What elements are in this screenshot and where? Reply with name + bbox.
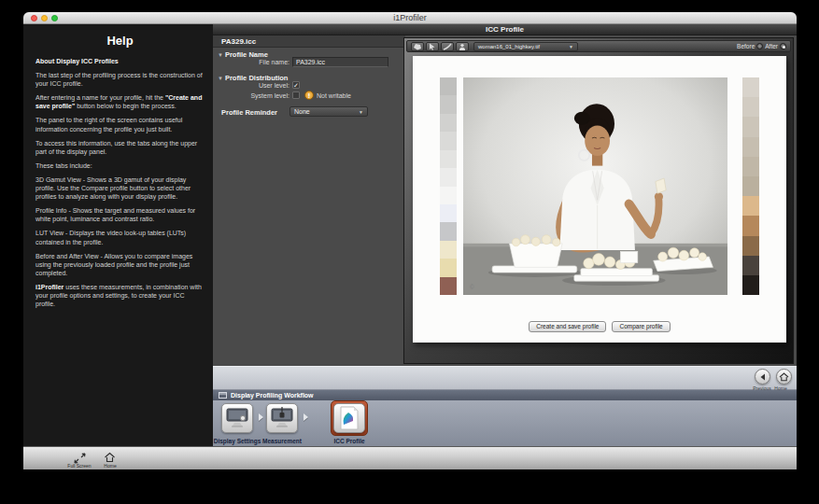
color-patch [440, 187, 457, 204]
step-display-settings[interactable] [221, 403, 253, 433]
footer-bar: Full Screen Home [23, 446, 797, 469]
title-bar: i1Profiler [23, 12, 797, 24]
warning-icon: ! [304, 91, 314, 100]
test-photo: © [463, 77, 727, 295]
after-radio[interactable] [780, 43, 786, 49]
step-label-icc-profile: ICC Profile [321, 438, 377, 444]
photo-watermark: © [470, 284, 474, 290]
help-paragraph: The panel to the right of the screen con… [35, 116, 205, 133]
home-button[interactable] [776, 369, 792, 385]
color-patch [742, 236, 759, 256]
app-window: i1Profiler Help About Display ICC Profil… [23, 12, 797, 469]
profile-distribution-section[interactable]: ▼Profile Distribution [218, 74, 288, 82]
help-heading: Help [35, 34, 205, 48]
help-paragraph: The last step of the profiling process i… [35, 71, 205, 88]
user-level-label: User level: [213, 82, 289, 89]
profile-name-section[interactable]: ▼Profile Name [218, 50, 268, 59]
preview-buttons: Create and save profile Compare profile [413, 321, 786, 332]
color-patch [742, 216, 759, 235]
file-name-label: File name: [213, 59, 289, 65]
footer-home-label: Home [93, 463, 127, 469]
help-paragraph: To access this information, use the tabs… [35, 139, 205, 156]
color-patch [440, 277, 457, 295]
preview-toolbar: woman16_01_highkey.tif▼ Before After [406, 40, 791, 52]
color-patch [742, 157, 759, 176]
step-measurement[interactable] [266, 403, 298, 433]
step-icc-profile[interactable] [333, 403, 365, 433]
profile-reminder-dropdown[interactable]: None▼ [289, 106, 368, 117]
step-icc-profile-selected[interactable] [331, 400, 368, 436]
compare-profile-button[interactable]: Compare profile [612, 321, 670, 332]
color-patch [742, 275, 759, 295]
before-label: Before [737, 43, 755, 49]
before-radio[interactable] [756, 43, 763, 49]
color-patch [742, 77, 759, 97]
system-level-checkbox[interactable] [292, 91, 300, 99]
profile-reminder-label: Profile Reminder [221, 108, 277, 117]
color-patch [440, 222, 457, 240]
home-icon [779, 372, 789, 382]
help-paragraph: 3D Gamut View - Shows a 3D gamut of your… [35, 175, 205, 201]
color-patch [742, 196, 759, 216]
color-patch [742, 137, 759, 157]
help-paragraph: LUT View - Displays the video look-up ta… [35, 229, 205, 245]
color-patch [440, 259, 457, 276]
back-arrow-icon [758, 372, 768, 382]
window-title: i1Profiler [23, 12, 797, 24]
workflow-arrow-icon [304, 413, 308, 421]
chevron-down-icon: ▼ [569, 44, 573, 49]
color-patch [440, 204, 457, 222]
color-patch [742, 256, 759, 275]
page-title: ICC Profile [213, 24, 797, 35]
color-patch [742, 117, 759, 136]
after-label: After [765, 43, 778, 49]
window-icon [219, 392, 227, 399]
system-level-label: System level: [213, 92, 289, 99]
help-paragraph: These tabs include: [35, 161, 205, 170]
color-patch [440, 77, 457, 95]
image-canvas: © Create and save profile Compare profil… [413, 56, 786, 343]
create-save-profile-button[interactable]: Create and save profile [529, 321, 606, 332]
user-level-checkbox[interactable]: ✓ [292, 81, 300, 89]
help-paragraph: After entering a name for your profile, … [35, 93, 205, 110]
workflow-arrow-icon [259, 413, 263, 421]
gamut-view-icon[interactable] [411, 42, 424, 51]
workflow-header: Display Profiling Workflow [213, 390, 797, 400]
grayscale-patch-strip [440, 77, 457, 295]
nav-strip: Previous Home [213, 366, 797, 390]
help-section-title: About Display ICC Profiles [35, 57, 205, 65]
color-patch [440, 132, 457, 149]
lut-view-icon[interactable] [441, 42, 454, 51]
step-label-measurement: Measurement [254, 438, 310, 444]
disclosure-triangle-icon: ▼ [218, 76, 223, 81]
profile-panel-title: PA329.icc [213, 35, 405, 48]
color-patch [742, 176, 759, 196]
color-patch [742, 97, 759, 117]
help-paragraph: i1Profiler uses these measurements, in c… [35, 283, 205, 308]
image-view-icon[interactable] [456, 42, 469, 51]
home-icon [104, 452, 116, 463]
full-screen-label: Full Screen [63, 463, 96, 469]
help-paragraph: Before and After View - Allows you to co… [35, 252, 205, 277]
chevron-down-icon: ▼ [359, 109, 363, 115]
pointer-icon[interactable] [426, 42, 439, 51]
color-patch [440, 150, 457, 168]
color-patch-strip [742, 77, 759, 295]
color-patch [440, 168, 457, 186]
workflow-body: Display Settings Measurement ICC Profile [213, 400, 797, 446]
color-patch [440, 95, 457, 113]
help-paragraph: Profile Info - Shows the target and meas… [35, 206, 205, 223]
preview-image-dropdown[interactable]: woman16_01_highkey.tif▼ [473, 42, 578, 51]
file-name-input[interactable] [292, 57, 388, 67]
preview-panel: woman16_01_highkey.tif▼ Before After [403, 37, 794, 364]
not-writable-label: Not writable [317, 92, 351, 99]
color-patch [440, 114, 457, 132]
help-panel: Help About Display ICC Profiles The last… [23, 24, 213, 446]
disclosure-triangle-icon: ▼ [218, 52, 223, 58]
screen: i1Profiler Help About Display ICC Profil… [0, 0, 819, 504]
color-patch [440, 241, 457, 259]
previous-button[interactable] [755, 369, 770, 385]
